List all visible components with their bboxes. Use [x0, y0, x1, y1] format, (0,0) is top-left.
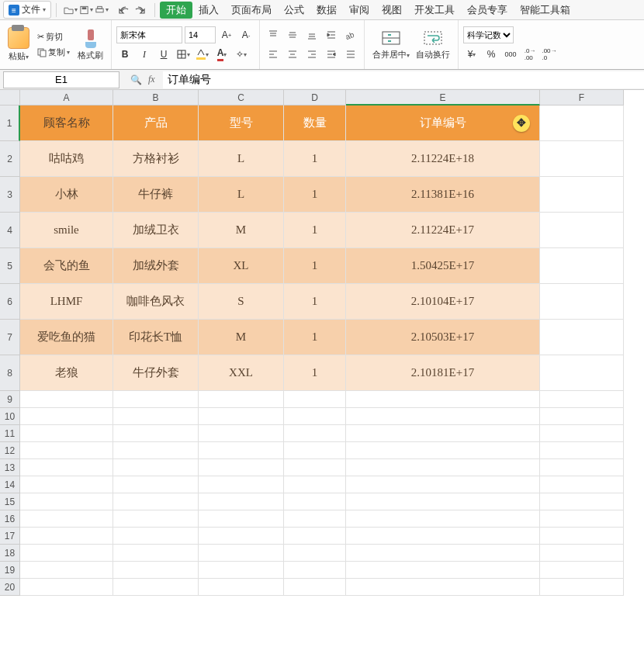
cell[interactable] [113, 459, 199, 476]
col-header-E[interactable]: E [346, 90, 540, 106]
cell-header[interactable]: 产品 [113, 106, 199, 141]
cell[interactable]: 加绒外套 [113, 248, 199, 284]
search-icon[interactable]: 🔍 [130, 74, 142, 85]
cell[interactable] [346, 459, 540, 476]
cell[interactable] [199, 425, 284, 442]
cell[interactable] [284, 510, 346, 528]
cell[interactable] [199, 459, 284, 476]
cell[interactable] [540, 177, 624, 213]
row-header[interactable]: 17 [0, 528, 20, 545]
cell[interactable]: 老狼 [20, 355, 113, 391]
cell[interactable]: 1 [284, 213, 346, 248]
cell[interactable] [346, 408, 540, 425]
cell[interactable] [540, 425, 624, 442]
cell[interactable] [346, 528, 540, 545]
cell[interactable]: 1 [284, 141, 346, 177]
cell-header[interactable]: 数量 [284, 106, 346, 141]
cell[interactable] [113, 442, 199, 459]
tab-开发工具[interactable]: 开发工具 [408, 2, 461, 19]
increase-decimal-button[interactable]: .0→.00 [521, 46, 538, 63]
row-header[interactable]: 14 [0, 476, 20, 493]
cell[interactable] [199, 528, 284, 545]
tab-视图[interactable]: 视图 [376, 2, 408, 19]
cell[interactable]: 爱吃鱼的猫 [20, 320, 113, 355]
row-header[interactable]: 7 [0, 320, 20, 355]
cell[interactable] [284, 493, 346, 510]
merge-center-button[interactable]: 合并居中▾ [369, 29, 413, 61]
paste-button[interactable]: 粘贴▾ [5, 27, 33, 62]
cell[interactable] [199, 545, 284, 562]
row-header[interactable]: 20 [0, 579, 20, 596]
cell[interactable]: 咕咕鸡 [20, 141, 113, 177]
currency-button[interactable]: ¥▾ [463, 46, 480, 63]
cell[interactable]: smile [20, 213, 113, 248]
cell[interactable] [284, 408, 346, 425]
cell[interactable] [540, 408, 624, 425]
cell[interactable]: 方格衬衫 [113, 141, 199, 177]
row-header[interactable]: 3 [0, 177, 20, 213]
row-header[interactable]: 4 [0, 213, 20, 248]
cell[interactable] [540, 320, 624, 355]
cell[interactable]: 2.10503E+17 [346, 320, 540, 355]
cell[interactable] [113, 545, 199, 562]
cell[interactable]: 小林 [20, 177, 113, 213]
cell[interactable] [113, 493, 199, 510]
border-button[interactable]: ▾ [175, 46, 192, 63]
cell[interactable]: 加绒卫衣 [113, 213, 199, 248]
cell[interactable] [540, 493, 624, 510]
cell[interactable] [113, 408, 199, 425]
cell[interactable] [540, 213, 624, 248]
cell[interactable] [20, 545, 113, 562]
cell[interactable] [20, 408, 113, 425]
cell[interactable] [540, 510, 624, 528]
row-header[interactable]: 10 [0, 408, 20, 425]
justify-button[interactable] [342, 46, 359, 63]
align-top-button[interactable] [265, 26, 282, 43]
cell[interactable]: 2.11381E+16 [346, 177, 540, 213]
formula-input[interactable] [163, 71, 644, 88]
row-header[interactable]: 13 [0, 459, 20, 476]
col-header-C[interactable]: C [199, 90, 284, 106]
row-header[interactable]: 19 [0, 562, 20, 579]
cell[interactable]: 2.11224E+17 [346, 213, 540, 248]
cell[interactable] [20, 562, 113, 579]
cell[interactable]: 2.10104E+17 [346, 284, 540, 320]
cell[interactable]: 1 [284, 177, 346, 213]
cell[interactable] [284, 579, 346, 596]
cell[interactable] [20, 510, 113, 528]
cell-header[interactable]: 型号 [199, 106, 284, 141]
indent-decrease-button[interactable] [323, 46, 340, 63]
cell[interactable] [540, 355, 624, 391]
cell[interactable] [113, 562, 199, 579]
align-left-button[interactable] [265, 46, 282, 63]
cell[interactable]: L [199, 141, 284, 177]
cell[interactable] [284, 545, 346, 562]
cell[interactable] [20, 459, 113, 476]
cell[interactable] [20, 528, 113, 545]
file-menu[interactable]: ≡ 文件 ▾ [3, 1, 51, 19]
cell[interactable] [540, 106, 624, 141]
row-header[interactable]: 15 [0, 493, 20, 510]
cell[interactable]: 1.50425E+17 [346, 248, 540, 284]
cell[interactable] [199, 391, 284, 408]
cell[interactable]: 1 [284, 284, 346, 320]
cell[interactable] [20, 391, 113, 408]
cell[interactable] [113, 579, 199, 596]
copy-button[interactable]: 复制▾ [36, 46, 71, 59]
cell[interactable] [113, 510, 199, 528]
cell[interactable]: 2.10181E+17 [346, 355, 540, 391]
col-header-F[interactable]: F [540, 90, 624, 106]
cell[interactable] [20, 476, 113, 493]
cell[interactable] [540, 248, 624, 284]
cell[interactable]: 牛仔裤 [113, 177, 199, 213]
indent-increase-button[interactable] [323, 26, 340, 43]
cell[interactable] [199, 476, 284, 493]
cell[interactable] [284, 425, 346, 442]
name-box[interactable] [3, 71, 119, 88]
row-header[interactable]: 1 [0, 106, 20, 141]
tab-页面布局[interactable]: 页面布局 [225, 2, 278, 19]
cell[interactable] [284, 562, 346, 579]
cell[interactable] [540, 442, 624, 459]
align-middle-button[interactable] [284, 26, 301, 43]
cell[interactable]: 1 [284, 320, 346, 355]
